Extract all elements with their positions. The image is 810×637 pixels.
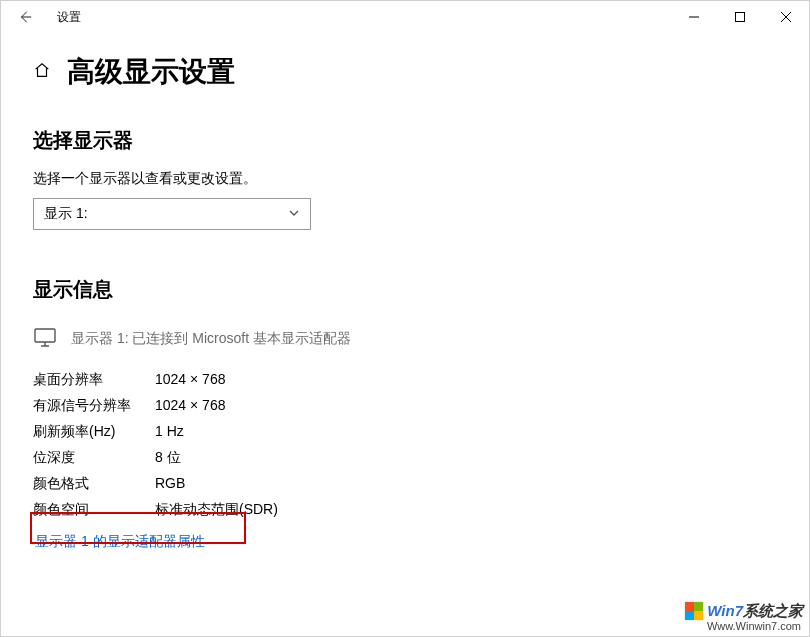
svg-rect-0 <box>736 13 745 22</box>
display-select-value: 显示 1: <box>44 205 88 223</box>
select-display-description: 选择一个显示器以查看或更改设置。 <box>33 170 777 188</box>
home-icon[interactable] <box>33 61 51 83</box>
select-display-heading: 选择显示器 <box>33 127 777 154</box>
watermark-brand: Win7系统之家 <box>707 603 803 620</box>
chevron-down-icon <box>288 206 300 222</box>
table-row: 有源信号分辨率 1024 × 768 <box>33 397 777 415</box>
display-select-dropdown[interactable]: 显示 1: <box>33 198 311 230</box>
info-key: 位深度 <box>33 449 155 467</box>
table-row: 颜色空间 标准动态范围(SDR) <box>33 501 777 519</box>
maximize-button[interactable] <box>717 1 763 33</box>
svg-rect-1 <box>35 329 55 342</box>
display-info-heading: 显示信息 <box>33 276 777 303</box>
info-key: 颜色格式 <box>33 475 155 493</box>
info-key: 颜色空间 <box>33 501 155 519</box>
info-val: 1024 × 768 <box>155 397 225 415</box>
minimize-icon <box>689 12 699 22</box>
monitor-icon <box>33 325 57 353</box>
page-header: 高级显示设置 <box>33 53 777 91</box>
table-row: 位深度 8 位 <box>33 449 777 467</box>
info-val: RGB <box>155 475 185 493</box>
table-row: 刷新频率(Hz) 1 Hz <box>33 423 777 441</box>
info-val: 8 位 <box>155 449 181 467</box>
close-button[interactable] <box>763 1 809 33</box>
watermark: Win7系统之家 Www.Winwin7.com <box>685 602 803 632</box>
back-button[interactable] <box>7 1 43 33</box>
display-adapter-properties-link[interactable]: 显示器 1 的显示适配器属性 <box>33 527 207 555</box>
monitor-summary: 显示器 1: 已连接到 Microsoft 基本显示适配器 <box>33 325 777 353</box>
minimize-button[interactable] <box>671 1 717 33</box>
info-key: 有源信号分辨率 <box>33 397 155 415</box>
windows-logo-icon <box>685 602 703 620</box>
table-row: 桌面分辨率 1024 × 768 <box>33 371 777 389</box>
titlebar: 设置 <box>1 1 809 33</box>
display-info-table: 桌面分辨率 1024 × 768 有源信号分辨率 1024 × 768 刷新频率… <box>33 371 777 519</box>
page-title: 高级显示设置 <box>67 53 235 91</box>
info-val: 1024 × 768 <box>155 371 225 389</box>
info-key: 桌面分辨率 <box>33 371 155 389</box>
monitor-label: 显示器 1: 已连接到 Microsoft 基本显示适配器 <box>71 330 351 348</box>
maximize-icon <box>735 12 745 22</box>
close-icon <box>781 12 791 22</box>
info-val: 1 Hz <box>155 423 184 441</box>
info-key: 刷新频率(Hz) <box>33 423 155 441</box>
info-val: 标准动态范围(SDR) <box>155 501 278 519</box>
window-title: 设置 <box>57 9 81 26</box>
table-row: 颜色格式 RGB <box>33 475 777 493</box>
arrow-left-icon <box>18 10 32 24</box>
watermark-url: Www.Winwin7.com <box>685 620 801 632</box>
